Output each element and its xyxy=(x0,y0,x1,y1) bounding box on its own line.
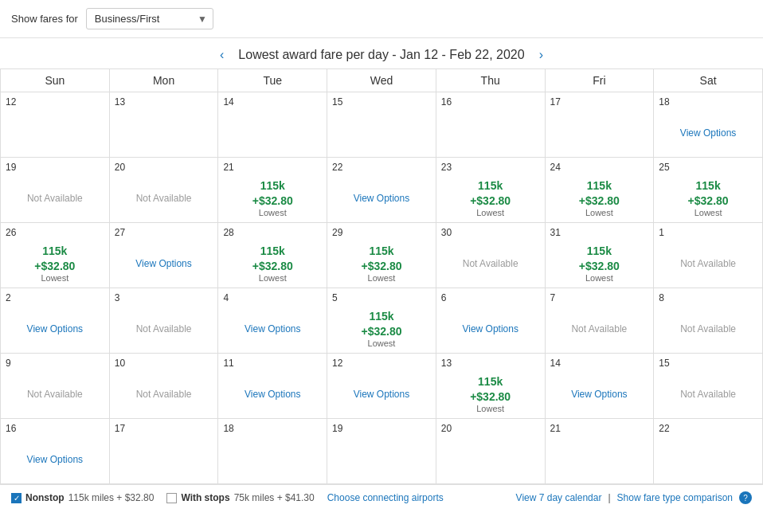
calendar-cell[interactable]: 2View Options xyxy=(1,288,110,354)
view-options-button[interactable]: View Options xyxy=(354,389,409,400)
calendar-cell: 22 xyxy=(654,419,763,484)
day-number: 21 xyxy=(550,423,649,434)
cell-content: Not Available xyxy=(659,241,757,285)
not-available-label: Not Available xyxy=(136,323,192,334)
calendar-cell[interactable]: 11View Options xyxy=(218,354,327,419)
day-number: 2 xyxy=(6,292,104,303)
day-number: 17 xyxy=(115,423,213,434)
view-options-button[interactable]: View Options xyxy=(462,323,518,334)
calendar-cell: 21 xyxy=(545,419,654,484)
calendar-cell[interactable]: 26115k+$32.80Lowest xyxy=(1,223,110,288)
calendar-cell: 20 xyxy=(436,419,545,484)
fare-tag: Lowest xyxy=(368,338,396,348)
cell-content: 115k+$32.80Lowest xyxy=(441,372,540,416)
cell-content: Not Available xyxy=(550,307,649,350)
day-number: 4 xyxy=(223,292,322,303)
next-month-arrow[interactable]: › xyxy=(534,46,548,64)
fare-amount: 115k+$32.80 xyxy=(361,309,401,338)
calendar-cell: 12 xyxy=(1,92,110,158)
cell-content xyxy=(332,437,431,481)
calendar-row-3: 2View Options3Not Available4View Options… xyxy=(1,288,763,354)
calendar-cell: 13 xyxy=(109,92,218,158)
view-options-button[interactable]: View Options xyxy=(245,323,300,334)
fare-amount: 115k+$32.80 xyxy=(34,244,75,272)
calendar-cell[interactable]: 27View Options xyxy=(109,223,218,288)
calendar-cell[interactable]: 16View Options xyxy=(1,419,110,484)
calendar-cell[interactable]: 28115k+$32.80Lowest xyxy=(218,223,327,288)
choose-airports-link[interactable]: Choose connecting airports xyxy=(327,492,444,503)
calendar-cell[interactable]: 4View Options xyxy=(218,288,327,354)
view-options-button[interactable]: View Options xyxy=(135,258,191,269)
cell-content: 115k+$32.80Lowest xyxy=(6,241,104,285)
calendar-cell[interactable]: 23115k+$32.80Lowest xyxy=(436,158,545,223)
calendar-cell[interactable]: 14View Options xyxy=(545,354,654,419)
calendar-cell[interactable]: 6View Options xyxy=(436,288,545,354)
stops-checkbox[interactable] xyxy=(166,493,177,503)
fare-amount: 115k+$32.80 xyxy=(361,244,401,272)
fare-tag: Lowest xyxy=(259,273,287,283)
calendar-cell[interactable]: 29115k+$32.80Lowest xyxy=(327,223,436,288)
fare-amount: 115k+$32.80 xyxy=(579,178,620,207)
calendar-cell[interactable]: 5115k+$32.80Lowest xyxy=(327,288,436,354)
calendar-row-5: 16View Options171819202122 xyxy=(1,419,763,484)
cell-content: View Options xyxy=(6,437,104,481)
cell-content: 115k+$32.80Lowest xyxy=(550,241,649,285)
cell-content xyxy=(659,437,757,481)
day-number: 30 xyxy=(441,227,540,238)
not-available-label: Not Available xyxy=(680,323,736,334)
view-options-button[interactable]: View Options xyxy=(354,193,409,204)
day-number: 26 xyxy=(6,227,104,238)
calendar-cell[interactable]: 21115k+$32.80Lowest xyxy=(218,158,327,223)
not-available-label: Not Available xyxy=(136,193,192,204)
calendar-cell[interactable]: 22View Options xyxy=(327,158,436,223)
cell-content: Not Available xyxy=(6,176,104,220)
calendar-cell[interactable]: 25115k+$32.80Lowest xyxy=(654,158,763,223)
cell-content: View Options xyxy=(550,372,649,416)
day-number: 22 xyxy=(332,162,431,173)
nonstop-checkbox[interactable]: ✓ xyxy=(11,493,22,503)
cell-content xyxy=(550,437,649,481)
separator: | xyxy=(608,492,610,503)
day-number: 12 xyxy=(332,358,431,369)
weekday-header-wed: Wed xyxy=(327,69,436,92)
calendar-cell[interactable]: 31115k+$32.80Lowest xyxy=(545,223,654,288)
day-number: 21 xyxy=(223,162,322,173)
fare-select-wrapper[interactable]: Business/First Economy ▼ xyxy=(86,8,213,29)
calendar-cell[interactable]: 24115k+$32.80Lowest xyxy=(545,158,654,223)
help-icon[interactable]: ? xyxy=(739,491,752,504)
cell-content: 115k+$32.80Lowest xyxy=(550,176,649,220)
cell-content: Not Available xyxy=(441,241,540,285)
view-7day-link[interactable]: View 7 day calendar xyxy=(516,492,602,503)
prev-month-arrow[interactable]: ‹ xyxy=(215,46,229,64)
calendar-cell[interactable]: 12View Options xyxy=(327,354,436,419)
not-available-label: Not Available xyxy=(136,389,192,400)
day-number: 12 xyxy=(6,96,104,108)
calendar-cell: 20Not Available xyxy=(109,158,218,223)
view-options-button[interactable]: View Options xyxy=(571,389,627,400)
cell-content: View Options xyxy=(6,307,104,350)
day-number: 18 xyxy=(659,96,757,108)
view-options-button[interactable]: View Options xyxy=(27,323,83,334)
calendar-cell: 30Not Available xyxy=(436,223,545,288)
calendar-cell[interactable]: 18View Options xyxy=(654,92,763,158)
fare-tag: Lowest xyxy=(476,208,504,217)
fare-tag: Lowest xyxy=(476,404,504,413)
fare-select[interactable]: Business/First Economy xyxy=(86,8,213,29)
cell-content: View Options xyxy=(441,307,540,350)
fare-comparison-link[interactable]: Show fare type comparison xyxy=(617,492,733,503)
cell-content xyxy=(115,437,213,481)
day-number: 28 xyxy=(223,227,322,238)
view-options-button[interactable]: View Options xyxy=(27,454,83,465)
view-options-button[interactable]: View Options xyxy=(680,127,736,139)
cell-content: View Options xyxy=(223,307,322,350)
calendar-cell: 14 xyxy=(218,92,327,158)
view-options-button[interactable]: View Options xyxy=(245,389,300,400)
cell-content xyxy=(223,111,322,155)
fare-amount: 115k+$32.80 xyxy=(579,244,620,272)
calendar-cell[interactable]: 13115k+$32.80Lowest xyxy=(436,354,545,419)
calendar-cell: 18 xyxy=(218,419,327,484)
day-number: 29 xyxy=(332,227,431,238)
footer: ✓ Nonstop 115k miles + $32.80 With stops… xyxy=(0,484,763,510)
weekday-header-fri: Fri xyxy=(545,69,654,92)
day-number: 7 xyxy=(550,292,649,303)
